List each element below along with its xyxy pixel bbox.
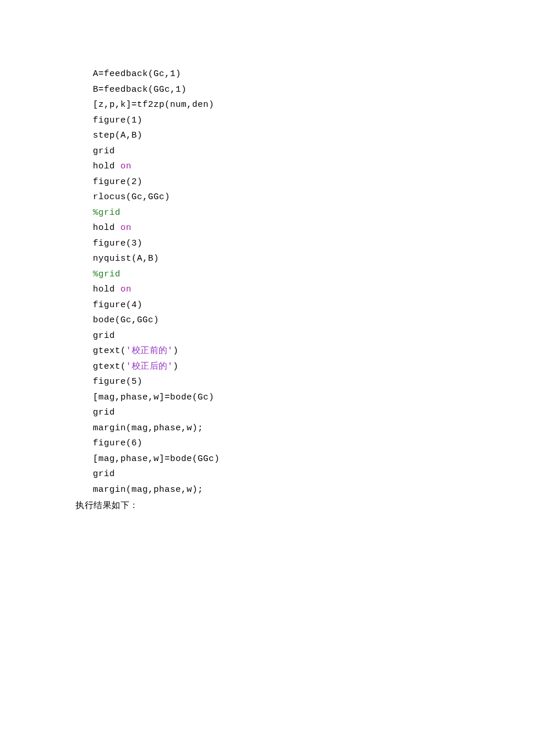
code-line: A=feedback(Gc,1)	[93, 67, 534, 82]
code-line: figure(2)	[93, 175, 534, 190]
code-line: figure(4)	[93, 298, 534, 314]
code-line: hold on	[93, 282, 534, 298]
code-line: grid	[93, 405, 534, 421]
code-line: %grid	[93, 267, 534, 283]
code-line: %grid	[93, 206, 534, 221]
code-line: figure(1)	[93, 113, 534, 129]
code-line: grid	[93, 467, 534, 483]
code-line: grid	[93, 144, 534, 160]
code-line: grid	[93, 329, 534, 344]
code-line: gtext('校正后的')	[93, 359, 534, 375]
code-line: margin(mag,phase,w);	[93, 421, 534, 437]
result-text: 执行结果如下：	[75, 498, 534, 513]
code-line: hold on	[93, 221, 534, 236]
code-block: A=feedback(Gc,1)B=feedback(GGc,1)[z,p,k]…	[93, 67, 534, 498]
code-line: hold on	[93, 159, 534, 175]
code-line: [mag,phase,w]=bode(GGc)	[93, 452, 534, 467]
code-line: rlocus(Gc,GGc)	[93, 190, 534, 206]
document-page: A=feedback(Gc,1)B=feedback(GGc,1)[z,p,k]…	[0, 0, 534, 513]
code-line: bode(Gc,GGc)	[93, 313, 534, 329]
code-line: figure(5)	[93, 375, 534, 390]
code-line: [z,p,k]=tf2zp(num,den)	[93, 98, 534, 113]
code-line: step(A,B)	[93, 128, 534, 144]
code-line: margin(mag,phase,w);	[93, 483, 534, 498]
code-line: figure(6)	[93, 436, 534, 452]
code-line: [mag,phase,w]=bode(Gc)	[93, 390, 534, 406]
code-line: figure(3)	[93, 236, 534, 252]
code-line: B=feedback(GGc,1)	[93, 82, 534, 98]
code-line: gtext('校正前的')	[93, 344, 534, 359]
code-line: nyquist(A,B)	[93, 251, 534, 267]
